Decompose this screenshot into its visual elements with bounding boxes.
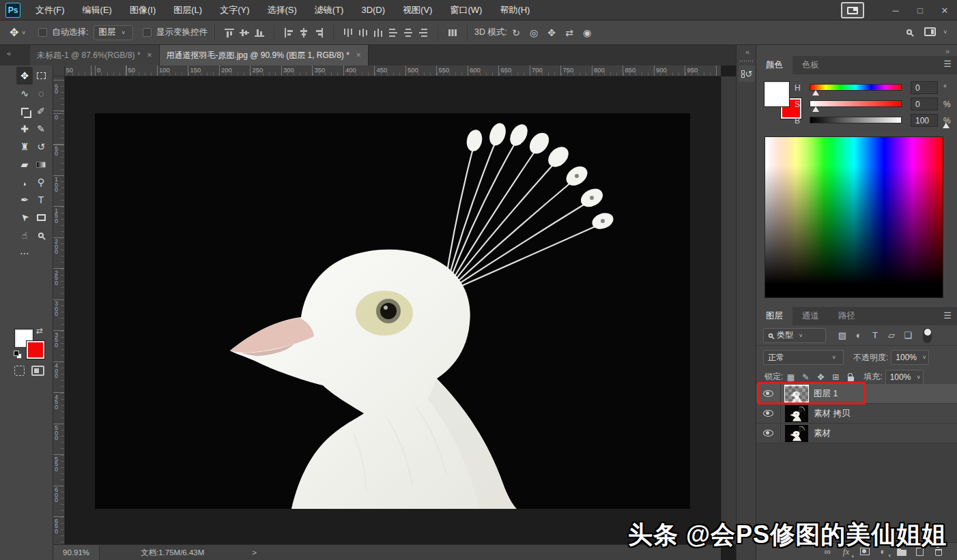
layer-row-2[interactable]: 素材: [756, 424, 957, 443]
swap-colors-icon[interactable]: ⇄: [36, 326, 43, 336]
tab-close-icon[interactable]: ×: [147, 50, 152, 60]
blur-tool[interactable]: ❜: [16, 173, 33, 191]
default-colors-icon[interactable]: [14, 351, 22, 359]
menu-item-9[interactable]: 窗口(W): [441, 5, 491, 15]
type-layer-filter-icon[interactable]: T: [867, 330, 883, 340]
ruler-corner[interactable]: [53, 65, 65, 76]
history-brush-tool[interactable]: ↺: [33, 138, 49, 156]
eyedropper-tool[interactable]: ✐: [33, 102, 49, 120]
distribute-top-edges-icon[interactable]: [341, 27, 356, 39]
show-transform-checkbox[interactable]: [143, 28, 152, 37]
menu-item-7[interactable]: 3D(D): [352, 5, 394, 15]
menu-item-0[interactable]: 文件(F): [27, 5, 74, 15]
quick-mask-button[interactable]: [14, 366, 25, 376]
status-chevron-icon[interactable]: >: [252, 548, 257, 557]
layer-row-1[interactable]: 素材 拷贝: [756, 404, 957, 424]
canvas-image-peacock[interactable]: [95, 113, 690, 509]
align-horizontal-centers-icon[interactable]: [296, 27, 311, 39]
collapse-toolbar-chevron-icon[interactable]: «: [1, 48, 16, 57]
layer-filter-toggle[interactable]: [923, 328, 932, 343]
color-panel-menu-icon[interactable]: ☰: [943, 59, 952, 69]
close-button[interactable]: ✕: [932, 0, 957, 20]
brush-tool[interactable]: ✎: [33, 120, 49, 138]
lock-image-pixels-icon[interactable]: ✎: [798, 372, 813, 382]
3d-orbit-icon[interactable]: ↻: [507, 27, 525, 38]
screen-mode-button[interactable]: [31, 366, 44, 376]
align-vertical-centers-icon[interactable]: [237, 27, 252, 39]
layers-panel-tab-1[interactable]: 通道: [792, 307, 829, 325]
distribute-left-edges-icon[interactable]: [386, 27, 401, 39]
lock-position-icon[interactable]: ✥: [813, 372, 828, 382]
gradient-tool[interactable]: [33, 156, 49, 173]
color-panel-tab-0[interactable]: 颜色: [756, 56, 792, 74]
document-tab-0[interactable]: 未标题-1 @ 87.6%(RGB/8) *×: [30, 45, 160, 65]
fill-dropdown[interactable]: 100% ∨: [885, 370, 924, 385]
collapse-panels-chevron-icon[interactable]: »: [940, 46, 954, 55]
slider-value-field[interactable]: 0: [911, 98, 938, 110]
menu-item-6[interactable]: 滤镜(T): [306, 5, 353, 15]
3d-roll-icon[interactable]: ◎: [525, 27, 543, 38]
menu-item-2[interactable]: 图像(I): [121, 5, 165, 15]
lock-all-icon[interactable]: [843, 373, 858, 381]
pixel-layer-filter-icon[interactable]: ▨: [834, 330, 851, 340]
slider-value-field[interactable]: 0: [911, 81, 938, 94]
clone-stamp-tool[interactable]: ♜: [16, 138, 33, 156]
move-tool[interactable]: ✥: [16, 67, 33, 85]
layer-thumbnail[interactable]: [785, 425, 808, 442]
slider-thumb-icon[interactable]: [812, 90, 819, 95]
blend-mode-dropdown[interactable]: 正常 ∨: [763, 350, 844, 365]
distribute-right-edges-icon[interactable]: [416, 27, 431, 39]
distribute-vertical-centers-icon[interactable]: [356, 27, 371, 39]
history-panel-button[interactable]: ↺: [739, 65, 755, 82]
zoom-tool[interactable]: [33, 226, 49, 244]
menu-item-3[interactable]: 图层(L): [165, 5, 211, 15]
eraser-tool[interactable]: ▰: [16, 156, 33, 173]
distribute-horizontal-centers-icon[interactable]: [401, 27, 416, 39]
maximize-button[interactable]: □: [908, 0, 932, 20]
align-right-edges-icon[interactable]: [311, 27, 326, 39]
lock-transparent-pixels-icon[interactable]: ▦: [783, 372, 798, 382]
smart-object-filter-icon[interactable]: ❏: [900, 330, 916, 340]
minimize-button[interactable]: ─: [883, 0, 908, 20]
layer-visibility-cell[interactable]: [756, 424, 781, 443]
zoom-level-field[interactable]: 90.91%: [53, 545, 100, 560]
menu-item-4[interactable]: 文字(Y): [211, 5, 258, 15]
slider-track-H[interactable]: [810, 84, 902, 91]
background-color-swatch[interactable]: [27, 341, 44, 359]
type-tool[interactable]: T: [33, 191, 49, 209]
distribute-bottom-edges-icon[interactable]: [371, 27, 386, 39]
slider-track-S[interactable]: [810, 100, 902, 107]
hand-tool[interactable]: ☝: [16, 226, 33, 244]
lock-artboard-icon[interactable]: ⊞: [828, 372, 843, 382]
menu-item-5[interactable]: 选择(S): [258, 5, 305, 15]
slider-thumb-icon[interactable]: [812, 106, 819, 112]
search-icon[interactable]: [906, 29, 912, 35]
dodge-tool[interactable]: ⚲: [33, 173, 49, 191]
layer-visibility-cell[interactable]: [756, 404, 781, 424]
arrange-documents-button[interactable]: [841, 2, 864, 18]
layer-filter-type-dropdown[interactable]: 类型 ∨: [763, 328, 826, 343]
color-panel-tab-1[interactable]: 色板: [792, 56, 829, 74]
spot-healing-tool[interactable]: ✚: [16, 120, 33, 138]
crop-tool[interactable]: [16, 102, 33, 120]
opacity-dropdown[interactable]: 100% ∨: [891, 350, 929, 365]
layers-panel-tab-2[interactable]: 路径: [829, 307, 865, 325]
menu-item-1[interactable]: 编辑(E): [74, 5, 121, 15]
marquee-tool[interactable]: [33, 67, 49, 85]
workspace-switcher-icon[interactable]: [924, 27, 936, 36]
horizontal-ruler[interactable]: 5005010015020025030035040045050055060065…: [65, 65, 721, 76]
align-top-edges-icon[interactable]: [222, 27, 237, 39]
lasso-tool[interactable]: ∿: [16, 85, 33, 102]
document-tab-1[interactable]: 用通道抠羽毛-原图.jpg @ 90.9% (图层 1, RGB/8) *×: [160, 45, 369, 65]
slider-track-B[interactable]: [810, 117, 902, 123]
align-bottom-edges-icon[interactable]: [252, 27, 267, 39]
layers-panel-tab-0[interactable]: 图层: [756, 307, 792, 325]
shape-layer-filter-icon[interactable]: ▱: [883, 330, 900, 340]
chevron-down-icon[interactable]: ∨: [943, 29, 947, 35]
rectangle-tool[interactable]: [33, 209, 49, 226]
quick-selection-tool[interactable]: ◌: [33, 85, 49, 102]
layer-thumbnail[interactable]: [785, 405, 808, 422]
slider-value-field[interactable]: 100: [911, 114, 938, 127]
align-left-edges-icon[interactable]: [281, 27, 296, 39]
layers-panel-menu-icon[interactable]: ☰: [943, 310, 952, 321]
